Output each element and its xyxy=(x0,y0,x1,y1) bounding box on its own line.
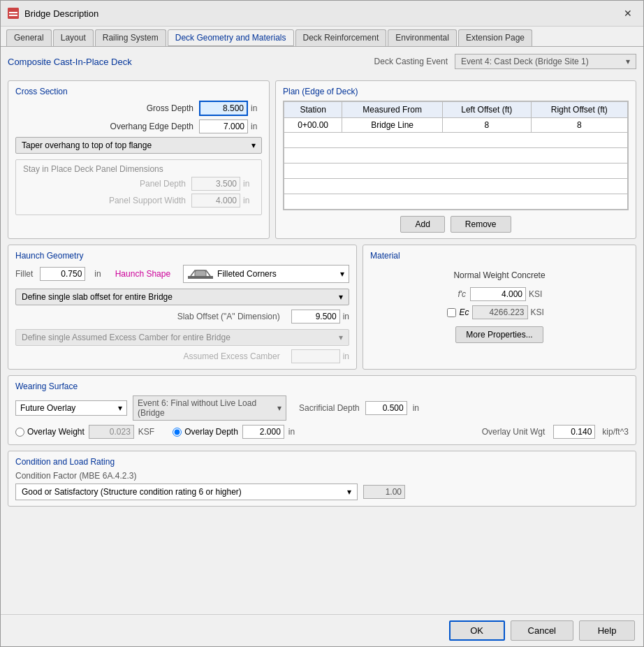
panel-depth-unit: in xyxy=(243,179,254,189)
condition-factor-label: Condition Factor (MBE 6A.4.2.3) xyxy=(15,471,629,481)
svg-rect-3 xyxy=(188,276,213,279)
overlay-depth-radio[interactable] xyxy=(173,428,182,437)
ec-input[interactable] xyxy=(472,305,528,319)
tab-deck-geometry[interactable]: Deck Geometry and Materials xyxy=(168,29,294,46)
gross-depth-unit: in xyxy=(251,103,262,113)
overlay-weight-radio[interactable] xyxy=(15,428,24,437)
fillet-unit: in xyxy=(94,269,101,279)
offset-dropdown[interactable]: Define single slab offset for entire Bri… xyxy=(15,289,349,305)
deck-casting-dropdown[interactable]: Event 4: Cast Deck (Bridge Site 1) ▾ xyxy=(455,54,636,69)
wearing-event-dropdown[interactable]: Event 6: Final without Live Load (Bridge… xyxy=(133,395,286,421)
overlay-depth-group: Overlay Depth xyxy=(173,427,238,437)
wearing-section-box: Wearing Surface Future Overlay ▾ Event 6… xyxy=(8,375,636,445)
plan-section-label: Plan (Edge of Deck) xyxy=(283,87,629,96)
plan-section-box: Plan (Edge of Deck) Station Measured Fro… xyxy=(275,80,636,239)
cross-section-box: Cross Section Gross Depth in Overhang Ed… xyxy=(8,80,270,239)
assumed-camber-unit: in xyxy=(343,351,349,361)
ec-checkbox[interactable] xyxy=(447,308,456,317)
overlay-depth-unit: in xyxy=(288,427,295,437)
col-right-offset: Right Offset (ft) xyxy=(531,102,627,118)
overlay-unit-wgt-input[interactable] xyxy=(553,425,595,439)
ec-label: Ec xyxy=(459,307,469,317)
gross-depth-input[interactable] xyxy=(199,101,248,116)
cell-left-offset: 8 xyxy=(442,118,531,133)
close-button[interactable]: ✕ xyxy=(620,5,636,22)
overhang-label: Overhang Edge Depth xyxy=(15,122,199,131)
haunch-title: Haunch Geometry xyxy=(15,251,349,261)
plan-table: Station Measured From Left Offset (ft) R… xyxy=(284,101,628,210)
remove-button[interactable]: Remove xyxy=(451,216,511,233)
tab-layout[interactable]: Layout xyxy=(53,29,94,46)
slab-offset-input[interactable] xyxy=(291,310,340,324)
fc-row: f'c KSI xyxy=(370,287,629,301)
panel-group: Stay in Place Deck Panel Dimensions Pane… xyxy=(15,159,262,215)
haunch-shape-value: Filleted Corners xyxy=(217,269,277,279)
overlay-weight-group: Overlay Weight xyxy=(15,427,85,437)
overlay-depth-label: Overlay Depth xyxy=(184,427,238,437)
cross-plan-row: Cross Section Gross Depth in Overhang Ed… xyxy=(8,80,636,239)
haunch-shape-dropdown[interactable]: Filleted Corners ▾ xyxy=(183,265,349,283)
haunch-section-box: Haunch Geometry Fillet in Haunch Shape xyxy=(8,245,357,370)
deck-casting-row: Deck Casting Event Event 4: Cast Deck (B… xyxy=(374,54,636,69)
slab-offset-row: Slab Offset ("A" Dimension) in xyxy=(15,310,349,324)
main-content: Composite Cast-In-Place Deck Deck Castin… xyxy=(1,47,643,614)
deck-casting-label: Deck Casting Event xyxy=(374,57,448,66)
panel-support-label: Panel Support Width xyxy=(23,196,191,205)
panel-support-row: Panel Support Width in xyxy=(23,194,254,208)
add-button[interactable]: Add xyxy=(400,216,444,233)
col-station: Station xyxy=(284,102,342,118)
tab-railing-system[interactable]: Railing System xyxy=(95,29,166,46)
plan-btn-row: Add Remove xyxy=(283,216,629,233)
condition-dropdown[interactable]: Good or Satisfactory (Structure conditio… xyxy=(15,484,358,500)
fillet-input[interactable] xyxy=(40,267,85,281)
overlay-weight-unit: KSF xyxy=(138,427,154,437)
haunch-shape-icon xyxy=(188,268,213,280)
slab-offset-label: Slab Offset ("A" Dimension) xyxy=(15,312,286,321)
tab-extension-page[interactable]: Extension Page xyxy=(458,29,532,46)
condition-row: Good or Satisfactory (Structure conditio… xyxy=(15,484,629,500)
wearing-type-dropdown[interactable]: Future Overlay ▾ xyxy=(15,400,127,416)
assumed-excess-dropdown[interactable]: Define single Assumed Excess Camber for … xyxy=(15,329,349,346)
cell-measured-from: Bridge Line xyxy=(342,118,443,133)
svg-rect-2 xyxy=(9,15,17,16)
ok-button[interactable]: OK xyxy=(449,620,505,641)
haunch-fillet-row: Fillet in Haunch Shape Fill xyxy=(15,265,349,283)
normal-weight-label: Normal Weight Concrete xyxy=(453,270,545,280)
ec-row: Ec KSI xyxy=(370,305,629,319)
assumed-camber-label: Assumed Excess Camber xyxy=(15,351,286,361)
fc-unit: KSI xyxy=(529,289,550,299)
sacrificial-depth-input[interactable] xyxy=(365,401,407,415)
gross-depth-row: Gross Depth in xyxy=(15,101,262,116)
tab-deck-reinforcement[interactable]: Deck Reinforcement xyxy=(295,29,387,46)
footer: OK Cancel Help xyxy=(1,614,643,646)
fc-input[interactable] xyxy=(470,287,526,301)
title-bar: Bridge Description ✕ xyxy=(1,1,643,27)
ec-unit: KSI xyxy=(531,307,552,317)
sacrificial-depth-label: Sacrificial Depth xyxy=(299,403,360,413)
panel-depth-label: Panel Depth xyxy=(23,179,191,189)
more-properties-button[interactable]: More Properties... xyxy=(455,326,543,343)
col-measured-from: Measured From xyxy=(342,102,443,118)
cancel-button[interactable]: Cancel xyxy=(511,620,573,641)
tab-environmental[interactable]: Environmental xyxy=(388,29,457,46)
table-row[interactable]: 0+00.00 Bridge Line 8 8 xyxy=(284,118,628,133)
fc-label: f'c xyxy=(449,289,466,299)
help-button[interactable]: Help xyxy=(579,620,635,641)
wearing-title: Wearing Surface xyxy=(15,381,629,391)
material-title: Material xyxy=(370,251,629,261)
condition-title: Condition and Load Rating xyxy=(15,457,629,467)
overlay-depth-input[interactable] xyxy=(242,425,284,439)
tab-general[interactable]: General xyxy=(6,29,52,46)
panel-support-unit: in xyxy=(243,196,254,205)
overlay-weight-label: Overlay Weight xyxy=(27,427,85,437)
haunch-material-row: Haunch Geometry Fillet in Haunch Shape xyxy=(8,245,636,370)
overhang-input[interactable] xyxy=(199,119,248,133)
material-inner: Normal Weight Concrete f'c KSI Ec KSI xyxy=(370,265,629,343)
panel-group-label: Stay in Place Deck Panel Dimensions xyxy=(23,164,254,174)
taper-dropdown[interactable]: Taper overhang to top of top flange ▾ xyxy=(15,137,262,154)
cross-section-title: Cross Section xyxy=(15,87,262,96)
gross-depth-label: Gross Depth xyxy=(15,103,199,113)
overlay-unit-wgt-unit: kip/ft^3 xyxy=(602,427,629,437)
condition-value-input xyxy=(363,485,405,499)
overlay-unit-wgt-label: Overlay Unit Wgt xyxy=(482,427,546,437)
